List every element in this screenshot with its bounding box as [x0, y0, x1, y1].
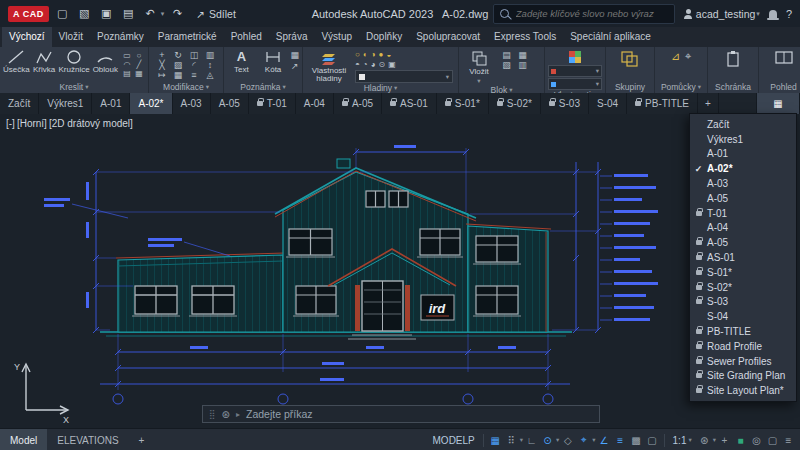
menu-item-s04[interactable]: S-04 — [690, 309, 796, 324]
layer-isolate-icon[interactable]: ● — [379, 50, 384, 59]
offset-tool-icon[interactable]: ↦ — [155, 70, 170, 80]
file-tab-s02[interactable]: S-02* — [489, 93, 541, 114]
layer-match-icon[interactable]: ◓ — [355, 60, 360, 69]
layer-prev-icon[interactable]: ◔ — [363, 60, 368, 69]
grid-toggle[interactable]: ▦ — [488, 432, 503, 448]
menu-item-pbtitle[interactable]: PB-TITLE — [690, 324, 796, 339]
menu-item-a04[interactable]: A-04 — [690, 221, 796, 236]
panel-label-pomucky[interactable]: Pomůcky ▾ — [655, 81, 707, 93]
polar-tracking-toggle[interactable]: ⊙ — [540, 432, 555, 448]
polar-caret-icon[interactable]: ▾ — [556, 436, 559, 444]
undo-icon[interactable]: ↶ — [142, 5, 159, 22]
line-tool[interactable]: Úsečka — [3, 50, 30, 74]
file-tab-a05[interactable]: A-05 — [211, 93, 249, 114]
share-button[interactable]: ↗ Sdílet — [191, 8, 241, 20]
hatch-tool-icon[interactable]: ▤ — [121, 69, 133, 78]
panel-label-modifikace[interactable]: Modifikace ▾ — [149, 81, 223, 93]
block-attr-icon[interactable]: ▧ — [499, 60, 514, 70]
new-layout-button[interactable]: + — [129, 429, 155, 450]
file-tab-s03[interactable]: S-03 — [541, 93, 589, 114]
model-paper-toggle[interactable]: MODELP — [429, 435, 479, 446]
text-tool[interactable]: A Text — [227, 50, 256, 74]
annotation-monitor-toggle[interactable]: + — [717, 432, 732, 448]
command-prompt[interactable]: Zadejte příkaz — [246, 408, 313, 420]
menu-item-s01[interactable]: S-01* — [690, 265, 796, 280]
ribbon-tab-pohled[interactable]: Pohled — [224, 27, 269, 47]
search-box[interactable] — [493, 4, 675, 24]
panel-label-pohled[interactable]: Pohled — [759, 81, 800, 93]
menu-item-road-profile[interactable]: Road Profile — [690, 339, 796, 354]
menu-item-a05[interactable]: A-05 — [690, 191, 796, 206]
file-tab-a05-locked[interactable]: A-05 — [334, 93, 382, 114]
menu-item-site-layout-plan[interactable]: Site Layout Plan* — [690, 383, 796, 398]
ribbon-tab-doplnky[interactable]: Doplňky — [359, 27, 409, 47]
ribbon-tab-spolupracovat[interactable]: Spolupracovat — [409, 27, 487, 47]
search-input[interactable] — [514, 7, 668, 20]
copy-tool-icon[interactable]: ▥ — [203, 50, 218, 60]
ribbon-tab-vystup[interactable]: Výstup — [314, 27, 359, 47]
layer-walk-icon[interactable]: ◕ — [371, 60, 376, 69]
customize-icon[interactable]: ⊛ — [222, 409, 230, 420]
workspace-caret-icon[interactable]: ▾ — [713, 436, 716, 444]
insert-block-button[interactable]: Vložit ▾ — [462, 50, 496, 85]
menu-item-zacit[interactable]: Začít — [690, 117, 796, 132]
file-tab-a01[interactable]: A-01 — [92, 93, 130, 114]
object-snap-tracking-toggle[interactable]: ∠ — [597, 432, 612, 448]
array-tool-icon[interactable]: ▦ — [171, 70, 186, 80]
ellipse-tool-icon[interactable]: ○ — [133, 51, 145, 60]
viewport-minimize-control[interactable]: [-] — [6, 118, 15, 129]
save-icon[interactable]: ▣ — [98, 5, 115, 22]
file-tab-a02-active[interactable]: A-02* — [130, 93, 172, 114]
file-tab-pbtitle[interactable]: PB-TITLE — [627, 93, 698, 114]
circle-tool[interactable]: Kružnice — [59, 50, 90, 74]
mirror-tool-icon[interactable]: ◫ — [187, 50, 202, 60]
measure-tool-icon[interactable]: ⊿ — [671, 50, 680, 63]
plot-icon[interactable]: ▤ — [120, 5, 137, 22]
layout-tab-elevations[interactable]: ELEVATIONS — [47, 429, 128, 450]
arc-tool[interactable]: Oblouk — [93, 50, 118, 74]
open-file-icon[interactable]: ▧ — [76, 5, 93, 22]
arc2-tool-icon[interactable]: ◠ — [121, 60, 133, 69]
ortho-toggle[interactable]: ∟ — [524, 432, 539, 448]
customization-button[interactable]: ≡ — [781, 432, 796, 448]
layer-on-icon[interactable]: ○ — [355, 50, 360, 59]
viewport-view-control[interactable]: [Horní] — [17, 118, 47, 129]
region-tool-icon[interactable]: ▦ — [133, 69, 145, 78]
hardware-acceleration-toggle[interactable]: ■ — [733, 432, 748, 448]
snap-toggle[interactable]: ⠿ — [504, 432, 519, 448]
model-tab[interactable]: Model — [0, 429, 47, 450]
ribbon-tab-specialni-aplikace[interactable]: Speciální aplikace — [563, 27, 658, 47]
layer-properties-button[interactable]: Vlastnosti hladiny — [306, 50, 352, 83]
drag-grip-icon[interactable]: ⣿ — [209, 409, 216, 419]
file-tab-a03[interactable]: A-03 — [173, 93, 211, 114]
tab-overview-button[interactable]: ▦ — [756, 93, 800, 114]
menu-item-as01[interactable]: AS-01 — [690, 250, 796, 265]
transparency-toggle[interactable]: ▩ — [629, 432, 644, 448]
annotation-scale[interactable]: 1:1 ▾ — [669, 435, 696, 446]
layer-off-icon[interactable]: ◒ — [386, 50, 391, 59]
ribbon-tab-sprava[interactable]: Správa — [269, 27, 315, 47]
stretch-tool-icon[interactable]: ↕ — [203, 60, 218, 70]
menu-item-sewer-profiles[interactable]: Sewer Profiles — [690, 354, 796, 369]
leader-tool-icon[interactable]: ↗ — [290, 61, 299, 72]
workspace-switching[interactable]: ⊛ — [697, 432, 712, 448]
dimension-tool[interactable]: Kóta — [259, 50, 288, 74]
viewport-visualstyle-control[interactable]: [2D drátový model] — [49, 118, 133, 129]
isodraft-toggle[interactable]: ◇ — [560, 432, 575, 448]
xline-tool-icon[interactable]: ╱ — [133, 60, 145, 69]
layer-lock-icon[interactable]: ◑ — [371, 50, 376, 59]
linetype-dropdown[interactable]: ▾ — [548, 78, 602, 90]
ribbon-tab-vlozit[interactable]: Vložit — [52, 27, 90, 47]
clean-screen-button[interactable]: ▢ — [765, 432, 780, 448]
erase-tool-icon[interactable]: ▨ — [171, 60, 186, 70]
panel-label-skupiny[interactable]: Skupiny — [606, 81, 654, 93]
file-tab-s01[interactable]: S-01* — [437, 93, 489, 114]
file-tab-vykres1[interactable]: Výkres1 — [39, 93, 92, 114]
create-block-icon[interactable]: ▤ — [499, 50, 514, 60]
quick-select-icon[interactable]: ⌖ — [685, 50, 691, 63]
menu-item-a03[interactable]: A-03 — [690, 176, 796, 191]
app-logo[interactable]: A CAD — [8, 6, 49, 22]
isolate-objects-button[interactable]: ◎ — [749, 432, 764, 448]
menu-item-a02-current[interactable]: ✓A-02* — [690, 161, 796, 176]
trim-tool-icon[interactable]: ╳ — [155, 60, 170, 70]
